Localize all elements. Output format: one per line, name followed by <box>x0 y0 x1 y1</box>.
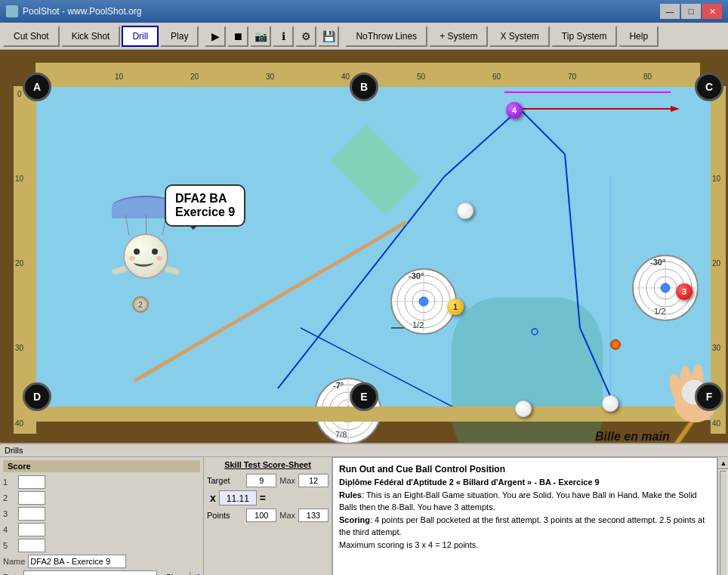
scrollbar[interactable]: ▲ ▼ <box>717 457 728 575</box>
pocket-E: E <box>350 382 378 411</box>
table-container[interactable]: 0 10 20 30 40 50 60 70 80 0 10 20 30 40 … <box>0 50 728 443</box>
svg-marker-32 <box>671 106 680 112</box>
drill-button[interactable]: Drill <box>122 26 159 47</box>
score-box-2 <box>18 491 45 505</box>
bottom-panel: Drills Score 1 2 3 4 5 <box>0 443 728 575</box>
svg-text:10: 10 <box>712 175 721 183</box>
cue-ball <box>457 202 474 219</box>
maximize-button[interactable]: □ <box>681 4 701 19</box>
window-controls: — □ ✕ <box>660 4 722 19</box>
help-button[interactable]: Help <box>618 26 659 47</box>
svg-text:1/2: 1/2 <box>654 307 665 316</box>
score-row-5: 5 <box>3 539 200 552</box>
clear-refresh-icon: ↺ <box>193 573 200 576</box>
pocket-F: F <box>695 382 723 411</box>
svg-text:30: 30 <box>15 344 24 352</box>
nothrow-button[interactable]: NoThrow Lines <box>345 26 427 47</box>
points-max-input[interactable] <box>298 509 329 522</box>
play-icon-button[interactable]: ▶ <box>205 26 226 47</box>
svg-text:20: 20 <box>190 73 199 81</box>
svg-text:0: 0 <box>17 90 22 98</box>
compass-dial-1: -30° 1/2 <box>390 267 458 335</box>
toolbar: Cut Shot Kick Shot Drill Play ▶ ⏹ 📷 ℹ ⚙ … <box>0 23 728 50</box>
target-max-label: Max <box>279 476 295 485</box>
x-label-skill: x <box>210 492 216 504</box>
ball-3-marker <box>610 339 621 350</box>
close-button[interactable]: ✕ <box>702 4 722 19</box>
save-icon-button[interactable]: 💾 <box>318 26 339 47</box>
clear-button[interactable]: Clear <box>160 571 190 575</box>
name-label: Name <box>3 557 25 566</box>
desc-subtitle: Diplôme Fédéral d'Aptitude 2 « Billard d… <box>339 478 600 487</box>
drills-label: Drills <box>0 444 728 457</box>
points-max-label: Max <box>279 511 295 520</box>
settings-icon-button[interactable]: ⚙ <box>295 26 316 47</box>
scroll-up-button[interactable]: ▲ <box>718 457 728 469</box>
svg-text:40: 40 <box>15 419 24 428</box>
row-num-1: 1 <box>3 478 15 487</box>
score-box-3 <box>18 507 45 521</box>
rules-label: Rules <box>339 490 362 499</box>
scroll-thumb[interactable] <box>720 471 726 575</box>
svg-line-26 <box>520 109 565 154</box>
cue-ball-2 <box>515 400 532 417</box>
play-button[interactable]: Play <box>160 26 199 47</box>
target-input[interactable] <box>246 474 276 487</box>
date-input[interactable] <box>23 570 156 575</box>
svg-text:-7°: -7° <box>333 381 344 390</box>
score-box-4 <box>18 523 45 536</box>
kick-shot-button[interactable]: Kick Shot <box>61 26 121 47</box>
points-label: Points <box>207 511 243 520</box>
target-max-input[interactable] <box>298 474 329 487</box>
app-icon <box>6 5 18 17</box>
info-icon-button[interactable]: ℹ <box>273 26 294 47</box>
eq-label-skill: = <box>260 492 266 504</box>
svg-text:10: 10 <box>115 73 124 81</box>
speech-bubble: DFA2 BA Exercice 9 <box>165 184 245 227</box>
svg-point-64 <box>661 283 670 292</box>
plus-system-button[interactable]: + System <box>429 26 488 47</box>
playing-surface[interactable]: DFA2 BA Exercice 9 <box>36 86 714 420</box>
svg-point-46 <box>419 297 428 306</box>
name-row: Name <box>3 555 200 568</box>
score-row-2: 2 <box>3 491 200 505</box>
row-num-3: 3 <box>3 509 15 518</box>
camera-icon-button[interactable]: 📷 <box>250 26 271 47</box>
bille-en-main: Bille en main <box>595 430 670 443</box>
pocket-B: B <box>350 73 378 101</box>
svg-text:50: 50 <box>417 73 426 81</box>
score-header: Score <box>3 460 200 472</box>
skill-x-row: x 11.11 = <box>210 490 329 505</box>
stop-icon-button[interactable]: ⏹ <box>227 26 248 47</box>
x-value-skill: 11.11 <box>219 490 257 505</box>
svg-text:-30°: -30° <box>650 258 665 267</box>
description-panel: Run Out and Cue Ball Control Position Di… <box>332 457 717 575</box>
ruler-left: 0 10 20 30 40 <box>14 86 36 434</box>
rules-text: : This is an Eight-Ball Game situation. … <box>339 490 697 512</box>
score-box-5 <box>18 539 45 552</box>
row-num-4: 4 <box>3 525 15 534</box>
svg-text:40: 40 <box>341 73 350 81</box>
bottom-content: Score 1 2 3 4 5 <box>0 457 728 575</box>
name-input[interactable] <box>28 555 126 568</box>
skill-header: Skill Test Score-Sheet <box>207 460 329 469</box>
points-input[interactable] <box>246 509 276 522</box>
svg-text:-30°: -30° <box>409 271 424 280</box>
tip-system-button[interactable]: Tip System <box>551 26 618 47</box>
score-sheet: Skill Test Score-Sheet Target Max x 11.1… <box>204 457 332 575</box>
ball-3: 3 <box>676 283 693 300</box>
target-label: Target <box>207 476 243 485</box>
x-system-button[interactable]: X System <box>489 26 549 47</box>
svg-text:10: 10 <box>15 175 24 183</box>
points-row: Points Max <box>207 509 329 522</box>
svg-text:7/8: 7/8 <box>335 430 347 439</box>
svg-text:20: 20 <box>15 259 24 267</box>
score-row-3: 3 <box>3 507 200 521</box>
scoring-text: : 4 points per Ball pocketed at the firs… <box>339 515 705 537</box>
date-row: Date Clear ↺ <box>3 570 200 575</box>
target-row: Target Max <box>207 474 329 487</box>
minimize-button[interactable]: — <box>660 4 680 19</box>
pocket-C: C <box>695 73 723 101</box>
cut-shot-button[interactable]: Cut Shot <box>3 26 60 47</box>
svg-text:60: 60 <box>492 73 501 81</box>
